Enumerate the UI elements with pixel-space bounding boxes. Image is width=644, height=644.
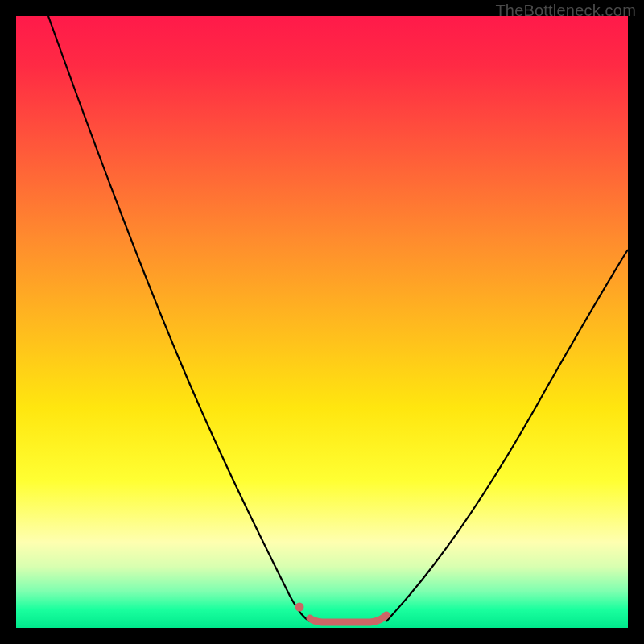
curve-layer bbox=[16, 16, 628, 628]
marker-dot bbox=[295, 603, 304, 612]
bottom-marker-curve bbox=[310, 615, 386, 622]
left-curve bbox=[48, 16, 310, 621]
right-curve bbox=[386, 250, 628, 621]
